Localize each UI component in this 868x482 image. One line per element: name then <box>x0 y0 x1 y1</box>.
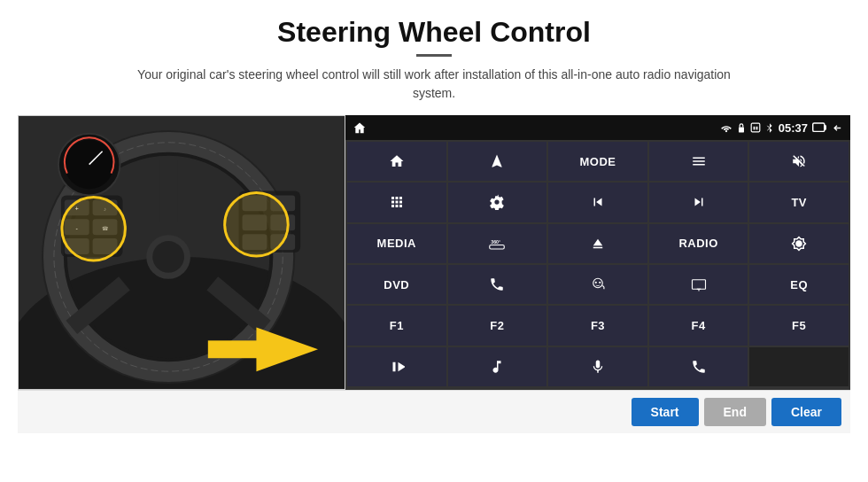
waze-btn[interactable] <box>548 265 647 304</box>
dvd-btn[interactable]: DVD <box>347 265 446 304</box>
f4-btn[interactable]: F4 <box>649 306 748 345</box>
svg-rect-45 <box>490 245 505 249</box>
mute-btn[interactable] <box>749 142 849 181</box>
svg-point-30 <box>65 140 114 190</box>
call-hangup-btn[interactable] <box>649 347 748 386</box>
bottom-bar: Start End Clear <box>18 390 850 433</box>
tv-btn[interactable]: TV <box>749 183 849 222</box>
radio-panel: 05:37 MODE <box>345 115 850 390</box>
f1-btn[interactable]: F1 <box>347 306 446 345</box>
f2-btn[interactable]: F2 <box>448 306 547 345</box>
statusbar-right: 05:37 <box>720 121 843 135</box>
f5-btn[interactable]: F5 <box>749 306 849 345</box>
title-divider <box>416 54 452 57</box>
svg-point-46 <box>593 278 603 288</box>
mode-btn[interactable]: MODE <box>548 142 647 181</box>
page-title: Steering Wheel Control <box>277 16 591 49</box>
page-subtitle: Your original car's steering wheel contr… <box>133 66 735 103</box>
settings-btn[interactable] <box>448 183 547 222</box>
f3-btn[interactable]: F3 <box>548 306 647 345</box>
svg-line-41 <box>767 128 770 130</box>
apps-btn[interactable] <box>347 183 446 222</box>
status-time: 05:37 <box>779 121 808 135</box>
svg-point-32 <box>62 197 126 260</box>
svg-rect-42 <box>813 123 825 131</box>
svg-rect-39 <box>756 127 757 130</box>
music-btn[interactable] <box>448 347 547 386</box>
media-btn[interactable]: MEDIA <box>347 224 446 263</box>
svg-rect-35 <box>208 340 260 358</box>
end-button[interactable]: End <box>704 398 766 426</box>
content-area: + ♪ - ☎ <box>18 115 850 390</box>
home-btn[interactable] <box>347 142 446 181</box>
page: Steering Wheel Control Your original car… <box>0 0 868 482</box>
steering-wheel-image: + ♪ - ☎ <box>18 115 345 390</box>
prev-btn[interactable] <box>548 183 647 222</box>
svg-rect-49 <box>692 280 705 290</box>
eq-btn[interactable]: EQ <box>749 265 849 304</box>
svg-text:360°: 360° <box>492 239 501 245</box>
svg-rect-36 <box>739 127 744 132</box>
playpause-btn[interactable] <box>347 347 446 386</box>
svg-rect-37 <box>751 123 760 132</box>
list-btn[interactable] <box>649 142 748 181</box>
svg-point-33 <box>225 192 289 256</box>
brightness-btn[interactable] <box>749 224 849 263</box>
svg-point-10 <box>152 241 184 273</box>
eject-btn[interactable] <box>548 224 647 263</box>
next-btn[interactable] <box>649 183 748 222</box>
svg-line-40 <box>767 125 770 128</box>
mic-btn[interactable] <box>548 347 647 386</box>
radio-btn[interactable]: RADIO <box>649 224 748 263</box>
navigation-btn[interactable] <box>448 142 547 181</box>
start-button[interactable]: Start <box>632 398 699 426</box>
360-btn[interactable]: 360° <box>448 224 547 263</box>
radio-button-grid: MODE <box>345 140 850 390</box>
svg-rect-43 <box>825 126 825 129</box>
screen-btn[interactable] <box>649 265 748 304</box>
svg-point-47 <box>595 282 597 284</box>
clear-button[interactable]: Clear <box>771 398 841 426</box>
status-bar: 05:37 <box>345 115 850 140</box>
svg-point-48 <box>599 282 601 284</box>
svg-rect-38 <box>753 127 755 130</box>
phone-btn[interactable] <box>448 265 547 304</box>
empty-btn-1 <box>749 347 849 386</box>
statusbar-left <box>353 121 367 134</box>
